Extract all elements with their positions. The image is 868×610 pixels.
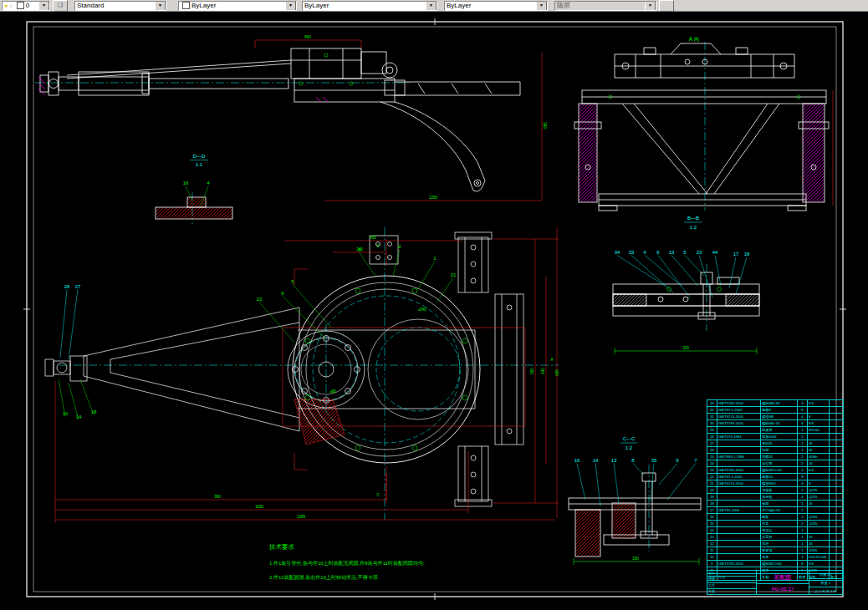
dimension-text: 450 (370, 236, 376, 240)
bom-row: 25GB/T894.1-1986挡圈25265Mn (707, 454, 844, 460)
dimension-text: 1250 (429, 196, 438, 200)
properties-toolbar: ● ☼ 0 ▼ ❏ Standard ▼ ByLayer ▼ ByLayer ▼… (0, 0, 868, 12)
balloon-leader (577, 464, 585, 501)
bom-row: 10支座1ZG270-500 (707, 554, 844, 561)
view-section-dd (156, 197, 232, 219)
bom-row: 30GB/T5783-2000螺栓M6×1668.8 (707, 420, 844, 427)
dimension-text: 240 (356, 247, 363, 252)
text-style-dropdown[interactable]: Standard ▼ (74, 1, 166, 11)
bom-row: 20连接板2Q235 (707, 487, 844, 494)
title-block-signatures: 设计 审核 工艺 批准 (707, 571, 757, 594)
balloon-label: 5 (291, 279, 294, 284)
balloon-leader (617, 256, 665, 287)
layer-name: 0 (26, 2, 29, 9)
balloon-label: 10 (63, 411, 69, 416)
balloon-leader (715, 256, 721, 287)
balloon-label: 26 (64, 284, 70, 289)
dimension-text: 698 (555, 369, 559, 376)
dimension-text: 650 (304, 35, 311, 39)
bom-row: 19加强筋4Q235 (707, 494, 844, 501)
balloon-leader (667, 464, 696, 501)
chevron-down-icon[interactable]: ▼ (426, 1, 437, 11)
bom-row: 14液压缸1 (707, 527, 844, 534)
cad-application: { "toolbar": { "layer_value": "0", "text… (0, 0, 868, 610)
bom-row: 11摇臂体1Q345 (707, 547, 844, 554)
balloon-label: 6 (281, 291, 284, 296)
plotstyle-value: 随层 (557, 1, 570, 10)
bom-row: 32GB/T97.1-2002垫圈88 (707, 407, 844, 414)
balloon-leader (393, 250, 400, 277)
dimension-text: 1100 (255, 505, 263, 509)
balloon-label: 35 (651, 458, 657, 463)
label-cc-scale: 1:2 (625, 445, 633, 450)
balloon-label: 14 (76, 414, 82, 419)
balloon-label: 1 (433, 256, 437, 261)
balloon-leader (360, 253, 376, 278)
balloon-leader (659, 464, 677, 485)
color-dropdown[interactable]: ByLayer ▼ (178, 1, 297, 11)
balloon-label: 23 (697, 250, 702, 255)
bom-row: 26轮轴145 (707, 447, 844, 454)
title-block: 设计 审核 工艺 批准 装配图 PG-0S.17 比例 1:2 数量 1 共 1… (707, 570, 843, 595)
dimension-text: 585 (544, 122, 548, 129)
balloon-leader (437, 278, 453, 303)
balloon-label: 8 (631, 458, 635, 463)
technical-notes: 技术要求 1.件1装引导丝,装与件10上时装配无间隙,件8装与件11时装配间隙均… (269, 543, 425, 585)
chevron-down-icon[interactable]: ▼ (285, 1, 296, 11)
label-dd: D—D (193, 154, 206, 159)
linetype-dropdown[interactable]: ByLayer ▼ (302, 1, 437, 11)
color-value: ByLayer (191, 2, 216, 9)
view1-magenta-hatch (38, 77, 328, 102)
lineweight-value: ByLayer (447, 2, 471, 9)
balloon-label: 21 (451, 272, 457, 277)
balloon-leader (633, 464, 644, 475)
dimension-text: C (376, 493, 380, 497)
balloon-label: 17 (733, 252, 739, 257)
bom-table: 33GB/T5782-2000螺栓M8×4048.832GB/T97.1-200… (707, 399, 843, 570)
label-dd-scale: 1:1 (196, 162, 203, 167)
plotstyle-dropdown: 随层 ▼ (554, 1, 656, 11)
view-section-bb-detail (613, 272, 759, 319)
bom-row: 15吊耳2Q235 (707, 521, 844, 527)
balloon-label: 44 (712, 250, 718, 255)
balloon-label: 16 (574, 458, 580, 463)
bom-row: 16垫板2Q235 (707, 514, 844, 521)
notes-line-2: 2.件12装配圆滑,装在件10上时转动灵活,不得卡滞. (269, 571, 425, 585)
current-color-swatch (182, 2, 190, 9)
balloon-leader (645, 256, 682, 287)
balloon-label: 9 (676, 458, 679, 463)
dimension-text: 390 (214, 495, 221, 499)
dimension-text: 320 (682, 346, 689, 350)
layer-manager-button[interactable]: ❏ (53, 0, 68, 12)
text-style-value: Standard (77, 2, 104, 9)
chevron-down-icon[interactable]: ▼ (38, 1, 49, 11)
dimension-text: A (550, 358, 553, 362)
dimension-text: 150 (632, 557, 639, 561)
bom-row: 23GB/T5782-2000螺栓M10×5048.8 (707, 467, 844, 474)
dimension-text: C (376, 244, 380, 248)
view-section-cc-detail (569, 473, 701, 557)
balloon-label: 22 (257, 297, 263, 302)
dimension-text: ⌀80 (329, 389, 336, 394)
layer-freeze-icon: ☼ (8, 2, 13, 10)
chevron-down-icon[interactable]: ▼ (155, 1, 166, 11)
balloon-label: 5 (683, 250, 687, 255)
view-side-elevation (40, 48, 520, 191)
toolbar-extra-button[interactable] (659, 0, 674, 12)
balloon-label: 13 (669, 250, 675, 255)
bom-row: 28GB/T276-1994轴承62042 (707, 434, 844, 440)
section-labels: D—D 1:1 B—B 1:2 C—C 1:2 A 向 (190, 36, 702, 450)
layer-dropdown[interactable]: ● ☼ 0 ▼ (2, 1, 50, 11)
chevron-down-icon[interactable]: ▼ (536, 1, 547, 11)
bom-row: 27导向轮145 (707, 440, 844, 447)
bom-row: 22GB/T97.1-2002垫圈108 (707, 474, 844, 480)
drawing-number: PG-0S.17 (757, 584, 809, 595)
balloon-label: 4 (643, 250, 646, 255)
chevron-down-icon: ▼ (645, 1, 656, 11)
balloon-label: 34 (615, 250, 620, 255)
lineweight-dropdown[interactable]: ByLayer ▼ (444, 1, 548, 11)
balloon-label: 14 (593, 458, 599, 463)
label-cc: C—C (623, 436, 636, 441)
balloon-leader (293, 285, 331, 328)
field-design: 设计 (707, 571, 756, 577)
